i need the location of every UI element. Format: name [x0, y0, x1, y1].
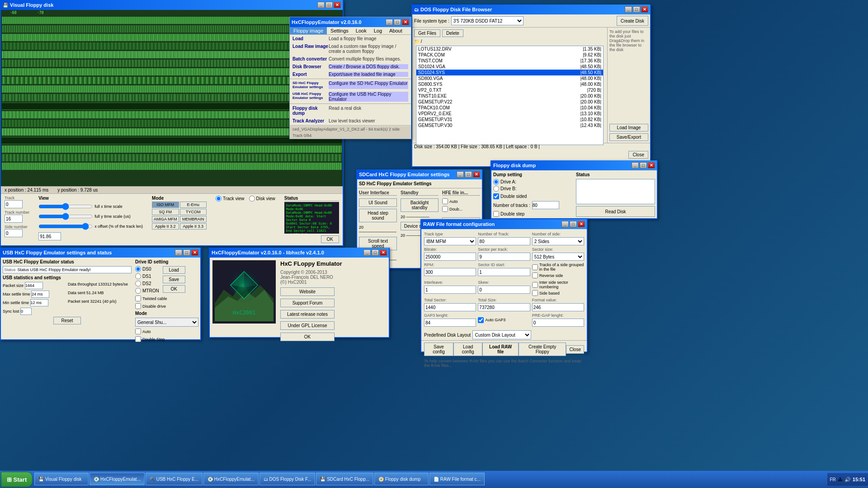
track-type-select[interactable]: IBM MFM [424, 237, 476, 245]
about-ok-btn[interactable]: OK [280, 333, 335, 341]
usb-save-btn[interactable]: Save [163, 276, 185, 283]
total-sector-input[interactable] [424, 303, 476, 311]
create-disk-btn[interactable]: Create Disk [617, 16, 648, 26]
dump-close[interactable]: ✕ [648, 162, 655, 169]
usb-minimize[interactable]: _ [175, 249, 182, 256]
usb-close[interactable]: ✕ [191, 249, 198, 256]
hxc-export-item[interactable]: Export Export/save the loaded file image [290, 70, 411, 78]
file-vp20txt[interactable]: VP2_0.TXT |720 B| [416, 87, 603, 93]
skew-input[interactable] [478, 286, 530, 294]
tracks-input[interactable] [532, 201, 559, 209]
sdcard-close[interactable]: ✕ [473, 171, 480, 178]
auto-check[interactable] [135, 328, 141, 334]
twisted-cable-option[interactable]: Twisted cable [135, 296, 198, 301]
backlight-standby-btn[interactable]: Backlight standby [401, 198, 439, 212]
hxc-close[interactable]: ✕ [402, 19, 409, 25]
iso-mfm-btn[interactable]: ISO MFM [152, 202, 179, 208]
num-tracks-input[interactable] [478, 237, 530, 245]
x-scale-slider[interactable] [38, 202, 93, 211]
auto-gap3-check[interactable] [478, 317, 484, 323]
ds0-radio[interactable] [135, 266, 141, 272]
sdcard-maximize[interactable]: □ [465, 171, 472, 178]
mtron-radio[interactable] [135, 288, 141, 294]
ui-sound-btn[interactable]: UI Sound [359, 198, 397, 207]
file-tinst[interactable]: TINST.COM |17.36 KB| [416, 58, 603, 64]
taskbar-item-7[interactable]: 📄 RAW File format c... [429, 473, 485, 485]
file-sd1024sys[interactable]: SD1024.SYS |48.50 KB| [416, 70, 603, 75]
hxc-maximize[interactable]: □ [394, 19, 401, 25]
apple-32-btn[interactable]: Apple II 3.2 [152, 223, 179, 230]
double-step-option[interactable]: Double Step [135, 336, 198, 342]
drive-a-option[interactable]: Drive A: [493, 179, 572, 185]
membrain-btn[interactable]: MEMBRAIN [180, 216, 207, 222]
ds2-option[interactable]: DS2 [135, 281, 159, 286]
file-tinst10[interactable]: TINST10.EXE |20.00 KB| [416, 93, 603, 99]
rpm-input[interactable] [424, 268, 476, 276]
sector-size-select[interactable]: 512 Bytes [532, 253, 584, 261]
drive-b-radio[interactable] [493, 186, 499, 192]
file-gemsetup22[interactable]: GEMSETUP.V22 |20.00 KB| [416, 99, 603, 105]
hxc-track-analyzer-item[interactable]: Track Analyzer Low level tracks viewer [290, 117, 411, 125]
taskbar-item-6[interactable]: 📀 Floppy disk dump [374, 473, 429, 485]
side-based-check[interactable] [532, 290, 538, 296]
side-grouped-check[interactable] [532, 264, 538, 270]
dos-minimize[interactable]: _ [625, 6, 632, 13]
hxc-usb-settings-item[interactable]: USB HxC Floppy Emulator settings Configu… [290, 90, 411, 103]
dump-minimize[interactable]: _ [632, 162, 639, 169]
double-step-option[interactable]: Double step [493, 211, 572, 217]
menu-log[interactable]: Log [370, 27, 386, 34]
ok-button[interactable]: OK [321, 235, 339, 243]
close-btn[interactable]: ✕ [334, 2, 341, 8]
hxc-minimize[interactable]: _ [386, 19, 393, 25]
dos-close-x[interactable]: ✕ [641, 6, 648, 13]
track-input[interactable] [5, 200, 23, 208]
file-sd800sys[interactable]: SD800.SYS |48.00 KB| [416, 81, 603, 87]
usb-reset-btn[interactable]: Reset [53, 317, 80, 324]
load-raw-btn[interactable]: Load RAW file [482, 343, 519, 356]
ds2-radio[interactable] [135, 281, 141, 286]
usb-load-btn[interactable]: Load [163, 266, 185, 274]
ds0-option[interactable]: DS0 [135, 266, 159, 272]
track-number-input[interactable] [5, 215, 23, 223]
dump-maximize[interactable]: □ [640, 162, 647, 169]
reverse-side-check[interactable] [532, 272, 538, 278]
website-btn[interactable]: Website [280, 287, 335, 296]
auto-option[interactable]: Auto [135, 328, 198, 334]
side-based-option[interactable]: Side based [532, 290, 584, 296]
double-sided-option[interactable]: Double sided [493, 193, 572, 199]
taskbar-item-0[interactable]: 💾 Visual Floppy disk [34, 473, 89, 485]
auto-checkbox[interactable] [442, 198, 448, 204]
release-notes-btn[interactable]: Latest release notes [280, 310, 335, 319]
start-button[interactable]: ⊞ Start [1, 472, 33, 487]
disable-drive-check[interactable] [135, 303, 141, 309]
sector-id-input[interactable] [478, 268, 530, 276]
delete-btn[interactable]: Delete [442, 29, 463, 37]
e-emu-btn[interactable]: E-Emu [180, 202, 207, 208]
twisted-cable-check[interactable] [135, 296, 141, 301]
file-gemsetup30[interactable]: GEMSETUP.V30 |12.43 KB| [416, 122, 603, 128]
interleave-input[interactable] [424, 286, 476, 294]
drive-b-option[interactable]: Drive B: [493, 186, 572, 192]
format-val-input[interactable] [532, 303, 584, 311]
hxc-batch-item[interactable]: Batch converter Convert multiple floppy … [290, 55, 411, 63]
raw-maximize[interactable]: □ [570, 221, 577, 227]
drive-a-radio[interactable] [493, 179, 499, 185]
file-tpack10[interactable]: TPACK10.COM |10.04 KB| [416, 105, 603, 111]
sdcard-minimize[interactable]: _ [457, 171, 464, 178]
amiga-mfm-btn[interactable]: AMIGA MFM [152, 216, 179, 222]
file-sd800vga[interactable]: SD800.VGA |48.00 KB| [416, 75, 603, 81]
raw-close[interactable]: ✕ [578, 221, 585, 227]
gap3-input[interactable] [424, 319, 476, 327]
predefined-select[interactable]: Custom Disk Layout [472, 330, 531, 339]
gpl-btn[interactable]: Under GPL License [280, 321, 335, 330]
raw-minimize[interactable]: _ [561, 221, 569, 227]
menu-settings[interactable]: Settings [327, 27, 352, 34]
num-side-select[interactable]: 2 Sides [532, 237, 584, 245]
save-config-btn[interactable]: Save config [424, 343, 453, 356]
inter-sector-option[interactable]: Inter side sector numbering [532, 280, 584, 289]
x-offset-input[interactable] [38, 232, 61, 240]
menu-floppy-image[interactable]: Floppy image [290, 27, 327, 34]
head-step-btn[interactable]: Head step sound [359, 209, 397, 222]
ds1-option[interactable]: DS1 [135, 273, 159, 279]
double-sided-check[interactable] [493, 193, 499, 199]
